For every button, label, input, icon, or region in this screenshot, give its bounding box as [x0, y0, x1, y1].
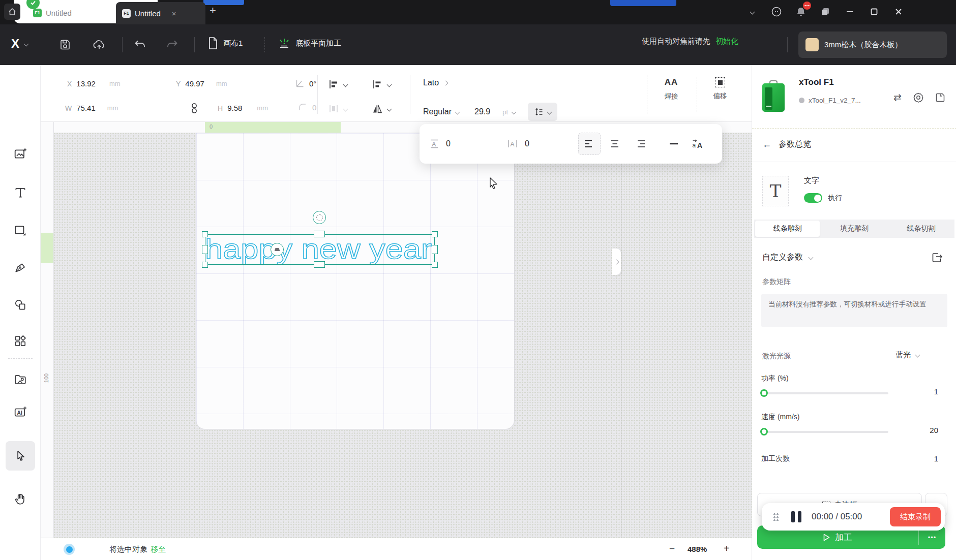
font-family-selector[interactable]: Lato	[423, 78, 447, 87]
line-spacing-input[interactable]: 0	[446, 139, 451, 148]
maximize-icon[interactable]	[865, 3, 883, 20]
feedback-icon[interactable]	[768, 3, 785, 20]
boolean-shapes-tool-icon[interactable]	[14, 298, 27, 312]
passes-value[interactable]: 1	[908, 454, 938, 463]
tab-fill-engrave[interactable]: 填充雕刻	[822, 221, 886, 237]
align-left-button[interactable]	[578, 133, 601, 155]
minimize-icon[interactable]	[841, 3, 858, 20]
resize-handle-s[interactable]	[314, 261, 325, 268]
device-connection[interactable]: xTool_F1_v2_7...	[799, 97, 861, 104]
resize-handle-nw[interactable]	[202, 231, 208, 237]
process-more-button[interactable]: •••	[919, 534, 945, 541]
text-spacing-button[interactable]	[528, 103, 557, 121]
back-arrow-icon[interactable]: ←	[762, 139, 771, 150]
close-tab-icon[interactable]: ×	[172, 9, 176, 18]
resize-handle-ne[interactable]	[432, 231, 438, 237]
zoom-level-value[interactable]: 488%	[688, 545, 707, 553]
material-selector[interactable]: 3mm松木（胶合木板）	[798, 32, 947, 58]
x-input[interactable]: 13.92	[76, 79, 96, 88]
save-button[interactable]	[59, 39, 71, 51]
resize-handle-e[interactable]	[432, 245, 438, 254]
y-label: Y	[176, 80, 181, 88]
power-label: 功率 (%)	[761, 374, 789, 383]
canvas-selector[interactable]: 画布1	[207, 37, 243, 50]
chevron-down-icon[interactable]	[743, 3, 761, 20]
home-button[interactable]	[4, 4, 20, 20]
undo-button[interactable]	[133, 39, 146, 51]
power-value[interactable]: 1	[908, 387, 938, 396]
resize-handle-sw[interactable]	[202, 262, 208, 268]
panel-collapse-arrow[interactable]	[612, 248, 621, 275]
y-input[interactable]: 49.97	[185, 79, 204, 88]
speed-value[interactable]: 20	[908, 426, 938, 434]
switch-device-icon[interactable]: ⇄	[893, 91, 902, 103]
pan-tool-button[interactable]	[6, 484, 35, 514]
f1-badge: F1	[122, 9, 131, 18]
materials-library-tool-icon[interactable]	[14, 373, 27, 386]
rotation-field[interactable]: 0°	[295, 78, 316, 88]
power-slider[interactable]	[761, 392, 888, 394]
windows-stack-icon[interactable]	[817, 3, 834, 20]
rotate-handle[interactable]	[313, 211, 326, 224]
tools-sidebar: AI	[0, 65, 41, 560]
resize-handle-w[interactable]	[202, 245, 208, 254]
resize-handle-se[interactable]	[432, 262, 438, 268]
layer-thumbnail[interactable]: T	[762, 176, 789, 206]
canvas-viewport[interactable]: 0 100 happy new year	[41, 122, 752, 538]
letter-spacing-input[interactable]: 0	[525, 139, 529, 148]
app-menu-button[interactable]: X	[11, 37, 28, 51]
process-mode-button[interactable]: 底板平面加工	[278, 37, 341, 50]
resize-handle-n[interactable]	[314, 231, 325, 237]
close-window-icon[interactable]	[890, 3, 907, 20]
speed-slider[interactable]	[761, 431, 888, 433]
zoom-out-button[interactable]: −	[669, 543, 675, 554]
h-input[interactable]: 9.58	[227, 104, 242, 112]
custom-params-selector[interactable]: 自定义参数	[762, 252, 813, 263]
text-direction-button[interactable]: aA	[687, 133, 709, 155]
align-right-button[interactable]	[629, 133, 651, 155]
ai-image-tool-icon[interactable]: AI	[14, 406, 27, 419]
add-image-tool-icon[interactable]	[14, 147, 27, 161]
pen-tool-icon[interactable]	[14, 261, 27, 274]
device-settings-gear-icon[interactable]	[913, 92, 924, 103]
selection-box[interactable]	[205, 234, 435, 265]
elements-library-tool-icon[interactable]	[14, 334, 27, 348]
layer-type-label: 文字	[804, 176, 819, 185]
move-to-link[interactable]: 移至	[151, 545, 166, 554]
no-params-message: 当前材料没有推荐参数，可切换材料或进行手动设置	[761, 294, 947, 327]
tab-untitled-2-active[interactable]: F1 Untitled ×	[116, 2, 205, 24]
pause-recording-button[interactable]	[791, 511, 801, 522]
select-tool-button[interactable]	[6, 441, 35, 471]
anchor-point-handle[interactable]	[271, 243, 284, 256]
new-tab-button[interactable]: +	[210, 4, 216, 17]
drag-handle-icon[interactable]	[773, 513, 779, 521]
power-slider-knob[interactable]	[760, 389, 768, 397]
font-style-value[interactable]: Regular	[423, 107, 452, 116]
tab-untitled-1[interactable]: F1 Untitled	[28, 4, 112, 21]
cloud-upload-icon[interactable]	[93, 39, 106, 51]
tab-line-engrave[interactable]: 线条雕刻	[755, 221, 820, 237]
align-center-button[interactable]	[604, 133, 626, 155]
distribute-objects-button[interactable]	[371, 78, 391, 90]
link-dimensions-icon[interactable]	[190, 103, 198, 114]
zoom-in-button[interactable]: +	[724, 543, 730, 554]
laser-source-selector[interactable]: 蓝光	[895, 350, 919, 360]
export-params-icon[interactable]	[931, 252, 943, 263]
speed-slider-knob[interactable]	[760, 428, 768, 435]
save-settings-icon[interactable]	[935, 92, 945, 103]
tab-line-cut[interactable]: 线条切割	[889, 221, 953, 237]
strikethrough-button[interactable]	[663, 133, 685, 155]
offset-button[interactable]: 偏移	[703, 77, 737, 101]
redo-button[interactable]	[166, 39, 179, 51]
execute-toggle[interactable]	[804, 193, 822, 203]
w-input[interactable]: 75.41	[76, 104, 96, 112]
stop-recording-button[interactable]: 结束录制	[890, 507, 941, 526]
text-tool-icon[interactable]	[14, 186, 27, 199]
weld-button[interactable]: AA 焊接	[654, 77, 689, 101]
shape-tool-icon[interactable]	[14, 224, 27, 237]
notifications-bell-icon[interactable]	[792, 3, 810, 20]
flip-button[interactable]	[371, 103, 391, 115]
font-size-input[interactable]: 29.9	[474, 107, 490, 116]
align-objects-button[interactable]	[327, 78, 347, 90]
initialize-link[interactable]: 初始化	[715, 37, 738, 46]
